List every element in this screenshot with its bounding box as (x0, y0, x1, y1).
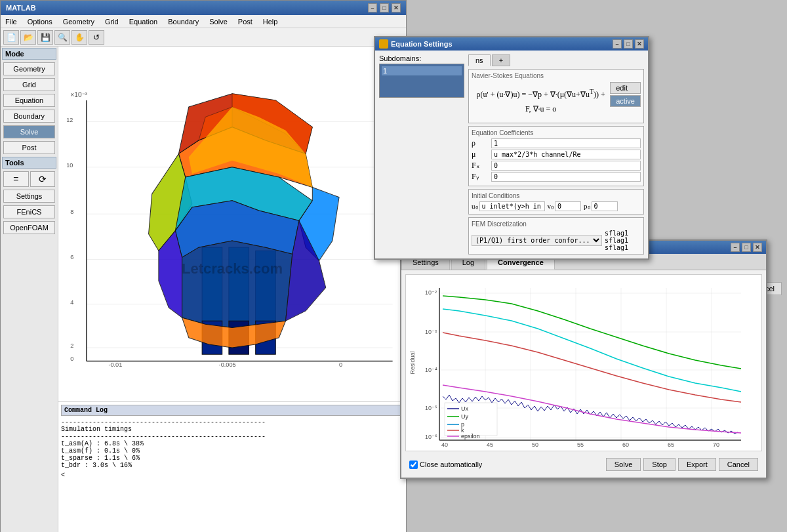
sidebar-btn-settings[interactable]: Settings (3, 190, 55, 203)
eq-active-btn[interactable]: active (610, 95, 641, 107)
eq-right-panel: ns + Navier-Stokes Equations ρ(u' + (u·∇… (468, 54, 644, 255)
convergence-plot: Residual 10⁻² 10⁻³ 10⁻⁴ 10⁻⁵ 10⁻⁶ 40 45 … (405, 274, 762, 451)
coeff-row-mu: μ (472, 150, 641, 159)
toolbar-new[interactable]: 📄 (3, 30, 19, 45)
init-field-v0: v₀ (548, 201, 582, 211)
eq-maximize-btn[interactable]: □ (624, 39, 633, 49)
coeff-name-mu: μ (472, 150, 491, 159)
close-auto-label: Close automatically (420, 460, 482, 468)
close-auto-checkbox[interactable] (409, 460, 418, 469)
ns-equation: ρ(u' + (u·∇)u) = −∇p + ∇·(μ(∇u+∇uT)) + F… (472, 82, 610, 120)
sidebar-btn-post[interactable]: Post (3, 141, 55, 154)
fem-row: (P1/Q1) first order confor... sflag1 sfl… (472, 230, 641, 251)
coeff-row-rho: ρ (472, 138, 641, 148)
svg-marker-29 (182, 241, 293, 328)
of-maximize-btn[interactable]: □ (742, 243, 751, 252)
command-log-line-5: t_sparse : 1.1s \ 6% (61, 455, 403, 462)
of-export-btn[interactable]: Export (678, 458, 716, 471)
eq-dialog-icon (379, 39, 388, 49)
main-title: MATLAB (6, 4, 36, 12)
svg-text:45: 45 (487, 441, 493, 448)
of-stop-btn[interactable]: Stop (643, 458, 676, 471)
svg-text:70: 70 (713, 441, 719, 448)
of-close-btn[interactable]: ✕ (753, 243, 762, 252)
toolbar-rotate[interactable]: ↺ (89, 30, 104, 45)
main-title-bar: MATLAB – □ ✕ (1, 1, 406, 15)
coeff-row-fx: Fₓ (472, 161, 641, 171)
eq-tab-add[interactable]: + (492, 54, 510, 66)
of-cancel-btn[interactable]: Cancel (719, 458, 758, 471)
main-window: MATLAB – □ ✕ File Options Geometry Grid … (0, 0, 407, 532)
eq-close-btn[interactable]: ✕ (635, 39, 644, 49)
svg-text:10⁻³: 10⁻³ (425, 329, 437, 335)
command-log-scroll-indicator: < (61, 472, 403, 479)
menu-options[interactable]: Options (26, 18, 54, 26)
toolbar-save[interactable]: 💾 (37, 30, 53, 45)
menu-equation[interactable]: Equation (127, 18, 159, 26)
sidebar-btn-geometry[interactable]: Geometry (3, 62, 55, 75)
menu-solve[interactable]: Solve (207, 18, 230, 26)
eq-edit-btn[interactable]: edit (610, 82, 641, 94)
equation-settings-dialog: Equation Settings – □ ✕ Subdomains: 1 ns… (374, 36, 649, 260)
sidebar-btn-solve[interactable]: Solve (3, 125, 55, 138)
menu-boundary[interactable]: Boundary (166, 18, 201, 26)
svg-text:×10⁻³: ×10⁻³ (70, 91, 87, 98)
menu-geometry[interactable]: Geometry (61, 18, 96, 26)
menu-grid[interactable]: Grid (103, 18, 121, 26)
svg-text:10⁻²: 10⁻² (425, 289, 437, 296)
eq-minimize-btn[interactable]: – (613, 39, 622, 49)
eq-tab-ns[interactable]: ns (468, 54, 491, 66)
svg-text:epsilon: epsilon (461, 433, 480, 440)
ns-title: Navier-Stokes Equations (472, 72, 641, 79)
sidebar-tool-equals[interactable]: = (3, 171, 29, 187)
sidebar-btn-fenics[interactable]: FEniCS (3, 205, 55, 218)
menu-post[interactable]: Post (236, 18, 254, 26)
toolbar-pan[interactable]: ✋ (71, 30, 87, 45)
eq-left-panel: Subdomains: 1 (379, 54, 464, 255)
command-log: Command Log ----------------------------… (58, 401, 406, 532)
command-log-line-4: t_asm(f) : 0.1s \ 0% (61, 447, 403, 455)
svg-text:Uy: Uy (461, 413, 468, 420)
coeff-input-fy[interactable] (491, 172, 641, 182)
of-minimize-btn[interactable]: – (731, 243, 740, 252)
minimize-btn[interactable]: – (368, 3, 377, 12)
main-content: Mode Geometry Grid Equation Boundary Sol… (1, 47, 406, 532)
sidebar-btn-boundary[interactable]: Boundary (3, 110, 55, 123)
close-btn[interactable]: ✕ (392, 3, 401, 12)
svg-text:40: 40 (441, 441, 448, 448)
plot-canvas: ×10⁻³ 12 10 8 6 4 2 0 -0.01 -0.005 0 (58, 47, 406, 401)
init-input-p0[interactable] (592, 201, 618, 211)
fem-select[interactable]: (P1/Q1) first order confor... (472, 235, 602, 246)
of-solve-btn[interactable]: Solve (606, 458, 641, 471)
svg-text:2: 2 (70, 342, 73, 349)
maximize-btn[interactable]: □ (380, 3, 389, 12)
sidebar-tool-arrow[interactable]: ⟳ (30, 171, 56, 187)
sidebar-btn-grid[interactable]: Grid (3, 78, 55, 91)
init-input-v0[interactable] (555, 201, 581, 211)
sidebar: Mode Geometry Grid Equation Boundary Sol… (1, 47, 58, 532)
svg-text:50: 50 (532, 441, 538, 448)
right-panel: ×10⁻³ 12 10 8 6 4 2 0 -0.01 -0.005 0 (58, 47, 406, 532)
coeff-row-fy: Fᵧ (472, 172, 641, 182)
svg-text:-0.01: -0.01 (108, 361, 122, 368)
toolbar-open[interactable]: 📂 (20, 30, 36, 45)
sidebar-btn-openfoam[interactable]: OpenFOAM (3, 221, 55, 234)
sidebar-btn-equation[interactable]: Equation (3, 94, 55, 107)
init-label-v0: v₀ (548, 202, 554, 211)
coeff-input-fx[interactable] (491, 161, 641, 171)
subdomain-item-1[interactable]: 1 (382, 66, 462, 75)
command-log-title: Command Log (61, 405, 403, 416)
init-label-p0: p₀ (584, 202, 590, 211)
coeff-input-rho[interactable] (491, 138, 641, 148)
of-body: Residual 10⁻² 10⁻³ 10⁻⁴ 10⁻⁵ 10⁻⁶ 40 45 … (401, 270, 766, 478)
command-log-line-2: ----------------------------------------… (61, 433, 403, 440)
coeff-input-mu[interactable] (491, 150, 641, 159)
init-row: u₀ v₀ p₀ (472, 201, 641, 211)
toolbar-zoom[interactable]: 🔍 (54, 30, 70, 45)
subdomain-list[interactable]: 1 (379, 64, 464, 98)
init-input-u0[interactable] (479, 201, 545, 211)
menu-help[interactable]: Help (261, 18, 280, 26)
menu-file[interactable]: File (3, 18, 19, 26)
svg-text:10⁻⁴: 10⁻⁴ (425, 367, 437, 373)
toolbar: 📄 📂 💾 🔍 ✋ ↺ (1, 28, 406, 47)
